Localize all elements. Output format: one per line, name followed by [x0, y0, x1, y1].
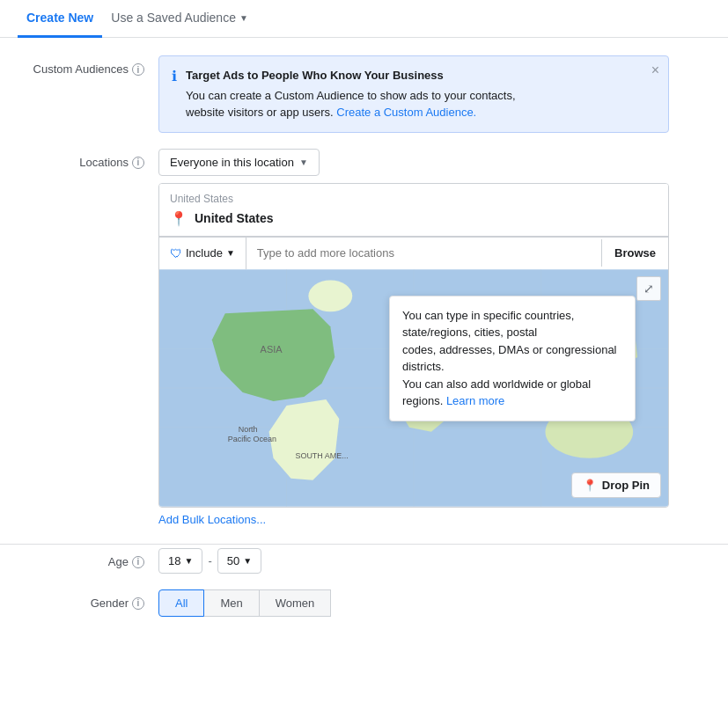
- main-content: Custom Audiences i ℹ Target Ads to Peopl…: [0, 38, 728, 650]
- drop-pin-button[interactable]: 📍 Drop Pin: [571, 472, 661, 498]
- banner-title: Target Ads to People Who Know Your Busin…: [186, 67, 516, 84]
- tab-create-new[interactable]: Create New: [18, 0, 102, 38]
- location-header: United States: [170, 193, 658, 205]
- location-input-row: 🛡 Include ▼ Browse: [159, 237, 668, 269]
- custom-audiences-field: ℹ Target Ads to People Who Know Your Bus…: [158, 55, 710, 133]
- gender-field: All Men Women: [158, 589, 710, 617]
- svg-text:ASIA: ASIA: [261, 344, 283, 355]
- location-pin-icon: 📍: [170, 210, 188, 227]
- custom-audiences-label: Custom Audiences i: [18, 55, 158, 76]
- info-circle-icon: ℹ: [172, 68, 177, 84]
- age-range: 18 ▼ - 50 ▼: [158, 548, 710, 574]
- age-separator: -: [208, 554, 211, 567]
- svg-text:Pacific Ocean: Pacific Ocean: [228, 434, 276, 443]
- age-from-select[interactable]: 18 ▼: [158, 548, 202, 574]
- locations-row: Locations i Everyone in this location ▼ …: [0, 149, 728, 545]
- include-chevron-icon: ▼: [226, 248, 235, 258]
- age-label: Age i: [18, 548, 158, 568]
- custom-audiences-info-icon[interactable]: i: [132, 63, 144, 76]
- location-tooltip: You can type in specific countries, stat…: [389, 296, 636, 421]
- age-from-chevron: ▼: [184, 556, 193, 566]
- chevron-down-icon: ▼: [239, 13, 248, 23]
- custom-audiences-row: Custom Audiences i ℹ Target Ads to Peopl…: [0, 55, 728, 133]
- map-expand-button[interactable]: ⤢: [636, 276, 661, 301]
- age-to-select[interactable]: 50 ▼: [217, 548, 261, 574]
- tabs-bar: Create New Use a Saved Audience ▼: [0, 0, 728, 38]
- banner-text: Target Ads to People Who Know Your Busin…: [186, 67, 516, 121]
- banner-body: You can create a Custom Audience to show…: [186, 87, 516, 121]
- custom-audiences-banner: ℹ Target Ads to People Who Know Your Bus…: [158, 55, 669, 133]
- location-box: United States 📍 United States 🛡 Include …: [158, 183, 669, 508]
- location-selected: 📍 United States: [170, 210, 658, 227]
- svg-text:North: North: [239, 424, 258, 433]
- learn-more-link[interactable]: Learn more: [446, 394, 504, 407]
- add-bulk-locations-link[interactable]: Add Bulk Locations...: [158, 513, 669, 526]
- tab-use-saved[interactable]: Use a Saved Audience ▼: [102, 0, 257, 38]
- include-dropdown[interactable]: 🛡 Include ▼: [159, 238, 246, 269]
- gender-label: Gender i: [18, 589, 158, 610]
- age-to-chevron: ▼: [243, 556, 252, 566]
- gender-buttons: All Men Women: [158, 589, 710, 617]
- gender-men-button[interactable]: Men: [203, 589, 259, 617]
- pin-icon: 📍: [583, 479, 597, 492]
- age-info-icon[interactable]: i: [132, 556, 144, 568]
- close-banner-button[interactable]: ×: [651, 63, 659, 77]
- svg-text:SOUTH AME...: SOUTH AME...: [295, 450, 348, 459]
- gender-row: Gender i All Men Women: [0, 589, 728, 617]
- svg-point-9: [308, 280, 352, 311]
- location-search-area: United States 📍 United States: [159, 184, 668, 237]
- browse-button[interactable]: Browse: [601, 239, 668, 267]
- age-row: Age i 18 ▼ - 50 ▼: [0, 548, 728, 574]
- shield-icon: 🛡: [170, 246, 182, 260]
- location-dropdown-chevron: ▼: [299, 157, 308, 167]
- location-type-dropdown[interactable]: Everyone in this location ▼: [158, 149, 320, 176]
- gender-all-button[interactable]: All: [158, 589, 204, 617]
- locations-label: Locations i: [18, 149, 158, 169]
- locations-info-icon[interactable]: i: [132, 157, 144, 169]
- gender-women-button[interactable]: Women: [259, 589, 332, 617]
- gender-info-icon[interactable]: i: [132, 597, 144, 610]
- location-search-input[interactable]: [246, 238, 601, 268]
- map-container: ASIA North Pacific Ocean North Atlantic …: [159, 269, 668, 507]
- create-custom-audience-link[interactable]: Create a Custom Audience.: [336, 106, 476, 119]
- age-field: 18 ▼ - 50 ▼: [158, 548, 710, 574]
- locations-field: Everyone in this location ▼ United State…: [158, 149, 669, 526]
